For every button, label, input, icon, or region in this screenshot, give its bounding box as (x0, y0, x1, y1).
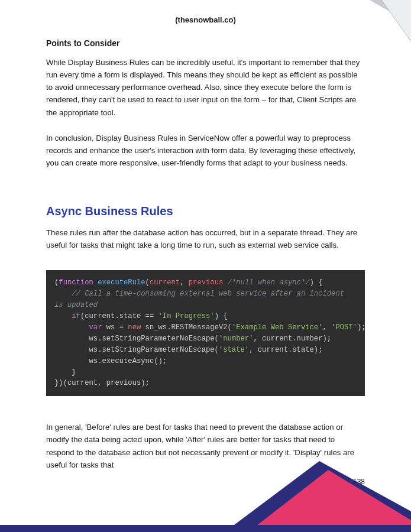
svg-marker-3 (225, 461, 411, 532)
svg-rect-5 (0, 525, 411, 532)
svg-marker-4 (248, 470, 411, 532)
page-content: Points to Consider While Display Busines… (0, 38, 411, 471)
page-number: 138 (353, 478, 365, 486)
footer-decoration (0, 461, 411, 532)
points-paragraph-2: In conclusion, Display Business Rules in… (46, 132, 365, 169)
points-paragraph-1: While Display Business Rules can be incr… (46, 56, 365, 119)
async-intro-paragraph: These rules run after the database actio… (46, 226, 365, 251)
code-block: (function executeRule(current, previous … (46, 270, 365, 396)
code-comment: // Call a time-consuming external web se… (54, 288, 357, 311)
points-to-consider-heading: Points to Consider (46, 38, 365, 48)
async-after-paragraph: In general, 'Before' rules are best for … (46, 421, 365, 471)
header-brand: (thesnowball.co) (0, 0, 411, 38)
async-business-rules-heading: Async Business Rules (46, 205, 365, 218)
